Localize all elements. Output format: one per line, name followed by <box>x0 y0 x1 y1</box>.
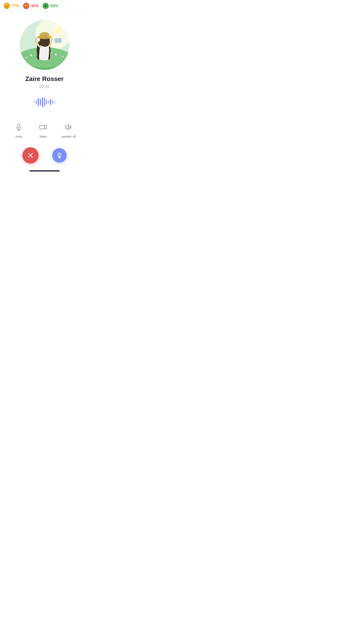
speaker-label: speaker off <box>61 135 76 138</box>
mute-icon <box>13 121 25 133</box>
mute-label: mute <box>15 135 22 138</box>
home-indicator <box>29 170 60 172</box>
avatar-image <box>20 20 69 70</box>
action-row <box>0 147 89 164</box>
svg-point-4 <box>30 54 32 56</box>
svg-rect-17 <box>18 124 20 128</box>
end-call-button[interactable] <box>22 147 39 164</box>
status-shield: ✔ 50% <box>42 3 58 9</box>
svg-rect-16 <box>55 38 61 43</box>
caller-name: Zaire Rosser <box>25 75 64 82</box>
status-happy: 😆 77% <box>3 3 19 9</box>
call-timer: 00:15 <box>39 84 49 89</box>
video-label: Video <box>39 135 47 138</box>
wave-bar <box>42 97 43 107</box>
wave-bar <box>36 100 37 104</box>
svg-point-9 <box>62 56 63 57</box>
status-angry: 😡 40% <box>23 3 39 9</box>
wave-bar <box>50 99 51 105</box>
wave-bar <box>52 100 53 104</box>
wave-bar <box>40 99 41 105</box>
svg-point-8 <box>26 57 27 58</box>
wave-bar <box>46 100 47 104</box>
wave-bar <box>44 98 45 106</box>
hint-button[interactable] <box>52 148 67 163</box>
main-content: Zaire Rosser 00:15 <box>0 11 89 170</box>
svg-point-6 <box>55 54 57 56</box>
svg-rect-20 <box>39 125 44 129</box>
happy-percent: 77% <box>11 4 19 8</box>
angry-percent: 40% <box>31 4 39 8</box>
speaker-icon <box>63 121 74 133</box>
happy-emoji: 😆 <box>3 3 10 9</box>
shield-percent: 50% <box>50 4 58 8</box>
shield-emoji: ✔ <box>42 3 49 9</box>
wave-bar <box>48 100 49 104</box>
svg-point-26 <box>59 154 60 155</box>
avatar <box>20 20 69 70</box>
video-control[interactable]: Video <box>37 121 49 138</box>
speaker-control[interactable]: speaker off <box>61 121 76 138</box>
svg-point-11 <box>39 32 49 38</box>
status-bar: 😆 77% 😡 40% ✔ 50% <box>0 0 89 11</box>
wave-bar <box>54 101 55 103</box>
video-icon <box>37 121 49 133</box>
svg-point-15 <box>55 27 61 34</box>
angry-emoji: 😡 <box>23 3 29 9</box>
mute-control[interactable]: mute <box>13 121 25 138</box>
svg-point-13 <box>48 36 50 37</box>
controls-row: mute Video <box>0 121 89 138</box>
wave-bar <box>38 98 39 106</box>
audio-waveform <box>34 96 55 108</box>
wave-bar <box>34 101 35 103</box>
svg-point-7 <box>51 52 52 54</box>
